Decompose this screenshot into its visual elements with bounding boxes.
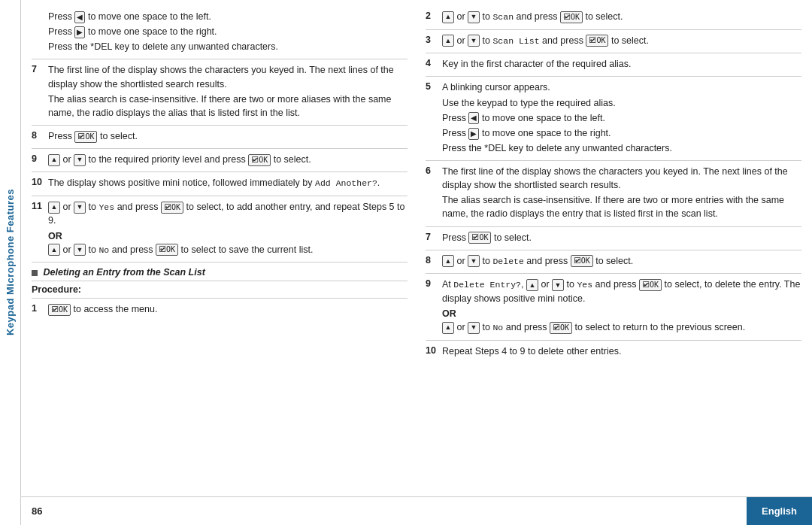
right-step-9: 9 At Delete Entry?, ▲ or ▼ to Yes and pr… <box>426 274 801 341</box>
down-arrow-icon: ▼ <box>74 202 86 214</box>
down-arrow-icon: ▼ <box>74 154 86 166</box>
intro-line-1: Press ◀ to move one space to the left. <box>48 10 408 23</box>
ok-key-icon: 🗹OK <box>161 202 183 214</box>
ok-key-icon: 🗹OK <box>48 304 71 316</box>
ok-key-icon: 🗹OK <box>586 35 608 47</box>
left-step-9: 9 ▲ or ▼ to the required priority level … <box>32 149 408 172</box>
right-step-4: 4 Key in the first character of the requ… <box>426 53 801 77</box>
section-heading: Deleting an Entry from the Scan List <box>32 262 408 281</box>
left-column: Press ◀ to move one space to the left. P… <box>32 6 408 493</box>
footer-spacer <box>66 497 747 525</box>
ok-key-icon: 🗹OK <box>550 322 572 334</box>
up-arrow-icon: ▲ <box>442 11 454 23</box>
intro-lines: Press ◀ to move one space to the left. P… <box>32 6 408 59</box>
ok-key-icon: 🗹OK <box>560 11 583 23</box>
left-arrow-icon: ◀ <box>468 112 479 124</box>
left-step-11: 11 ▲ or ▼ to Yes and press 🗹OK to select… <box>32 196 408 263</box>
down-arrow-icon: ▼ <box>74 244 86 256</box>
intro-line-3: Press the *DEL key to delete any unwante… <box>48 40 408 53</box>
down-arrow-icon: ▼ <box>468 255 480 267</box>
left-step-8: 8 Press 🗹OK to select. <box>32 126 408 149</box>
page-wrapper: Keypad Microphone Features Press ◀ to mo… <box>0 0 812 525</box>
right-step-8: 8 ▲ or ▼ to Delete and press 🗹OK to sele… <box>426 250 801 275</box>
procedure-label: Procedure: <box>32 281 408 299</box>
side-tab-label: Keypad Microphone Features <box>5 189 16 335</box>
language-badge: English <box>747 497 812 525</box>
ok-key-icon: 🗹OK <box>156 244 178 256</box>
right-step-3: 3 ▲ or ▼ to Scan List and press 🗹OK to s… <box>426 30 801 54</box>
down-arrow-icon: ▼ <box>552 279 564 291</box>
up-arrow-icon: ▲ <box>442 255 454 267</box>
intro-line-2: Press ▶ to move one space to the right. <box>48 25 408 38</box>
right-step-5: 5 A blinking cursor appears. Use the key… <box>426 77 801 161</box>
right-step-6: 6 The first line of the display shows th… <box>426 161 801 227</box>
ok-key-icon: 🗹OK <box>571 255 593 267</box>
right-step-2: 2 ▲ or ▼ to Scan and press 🗹OK to select… <box>426 6 801 30</box>
left-step-10: 10 The display shows positive mini notic… <box>32 172 408 196</box>
section-heading-text: Deleting an Entry from the Scan List <box>43 267 205 278</box>
right-arrow-icon: ▶ <box>468 128 479 140</box>
proc-step-1: 1 🗹OK to access the menu. <box>32 299 408 321</box>
right-step-10: 10 Repeat Steps 4 to 9 to delete other e… <box>426 341 801 363</box>
right-column: 2 ▲ or ▼ to Scan and press 🗹OK to select… <box>426 6 801 493</box>
main-content: Press ◀ to move one space to the left. P… <box>21 0 812 525</box>
up-arrow-icon: ▲ <box>48 244 60 256</box>
right-step-7: 7 Press 🗹OK to select. <box>426 227 801 250</box>
section-icon <box>32 270 38 276</box>
right-arrow-icon: ▶ <box>74 26 85 38</box>
page-number: 86 <box>21 497 66 525</box>
columns: Press ◀ to move one space to the left. P… <box>21 0 812 496</box>
down-arrow-icon: ▼ <box>468 322 480 334</box>
up-arrow-icon: ▲ <box>48 154 60 166</box>
ok-key-icon: 🗹OK <box>248 154 271 166</box>
left-step-7: 7 The first line of the display shows th… <box>32 59 408 126</box>
ok-key-icon: 🗹OK <box>468 232 491 244</box>
up-arrow-icon: ▲ <box>442 35 454 47</box>
side-tab: Keypad Microphone Features <box>0 0 21 525</box>
up-arrow-icon: ▲ <box>442 322 454 334</box>
down-arrow-icon: ▼ <box>468 11 480 23</box>
down-arrow-icon: ▼ <box>468 35 480 47</box>
left-arrow-icon: ◀ <box>74 11 85 23</box>
ok-key-icon: 🗹OK <box>74 131 97 143</box>
footer: 86 English <box>21 496 812 525</box>
up-arrow-icon: ▲ <box>526 279 538 291</box>
up-arrow-icon: ▲ <box>48 202 60 214</box>
ok-key-icon: 🗹OK <box>639 279 662 291</box>
